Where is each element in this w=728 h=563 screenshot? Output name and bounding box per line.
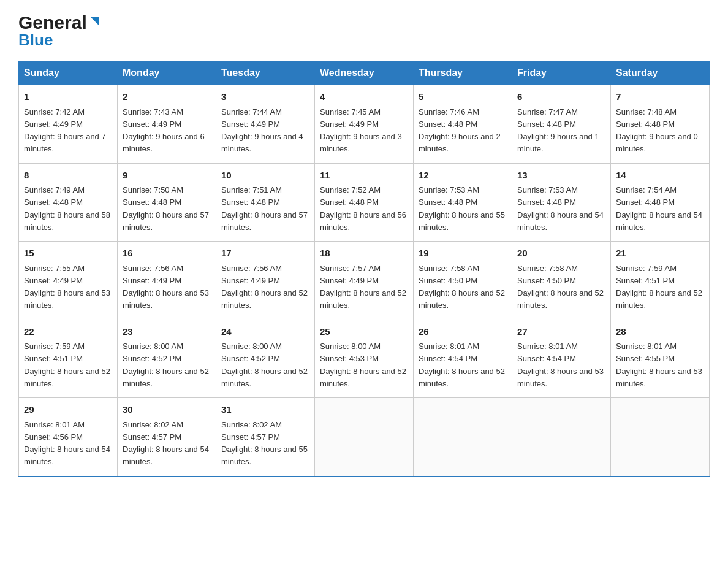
day-number: 17: [221, 247, 309, 261]
day-info: Sunrise: 8:00 AMSunset: 4:52 PMDaylight:…: [221, 342, 308, 388]
weekday-sunday: Sunday: [19, 61, 118, 85]
calendar-week-1: 1 Sunrise: 7:42 AMSunset: 4:49 PMDayligh…: [19, 85, 710, 164]
weekday-header-row: SundayMondayTuesdayWednesdayThursdayFrid…: [19, 61, 710, 85]
day-number: 22: [24, 325, 112, 339]
day-info: Sunrise: 7:53 AMSunset: 4:48 PMDaylight:…: [517, 185, 604, 232]
day-info: Sunrise: 7:51 AMSunset: 4:48 PMDaylight:…: [221, 185, 308, 232]
weekday-thursday: Thursday: [414, 61, 512, 85]
day-info: Sunrise: 7:56 AMSunset: 4:49 PMDaylight:…: [123, 264, 209, 310]
calendar-cell: 23 Sunrise: 8:00 AMSunset: 4:52 PMDaylig…: [118, 320, 216, 398]
calendar-cell: 4 Sunrise: 7:45 AMSunset: 4:49 PMDayligh…: [315, 85, 414, 164]
day-number: 28: [616, 325, 704, 339]
calendar-cell: 6 Sunrise: 7:47 AMSunset: 4:48 PMDayligh…: [512, 85, 611, 164]
day-number: 10: [221, 169, 309, 183]
day-number: 25: [320, 325, 408, 339]
day-info: Sunrise: 7:56 AMSunset: 4:49 PMDaylight:…: [221, 264, 308, 310]
day-number: 13: [517, 169, 605, 183]
calendar-cell: 27 Sunrise: 8:01 AMSunset: 4:54 PMDaylig…: [512, 320, 611, 398]
logo-general: General: [18, 12, 87, 33]
day-number: 6: [517, 90, 605, 104]
day-info: Sunrise: 7:47 AMSunset: 4:48 PMDaylight:…: [517, 107, 599, 154]
day-number: 24: [221, 325, 309, 339]
svg-marker-0: [91, 17, 99, 26]
calendar-week-4: 22 Sunrise: 7:59 AMSunset: 4:51 PMDaylig…: [19, 320, 710, 398]
day-number: 19: [419, 247, 507, 261]
calendar-cell: [611, 398, 710, 477]
day-info: Sunrise: 7:48 AMSunset: 4:48 PMDaylight:…: [616, 107, 698, 154]
calendar-cell: 15 Sunrise: 7:55 AMSunset: 4:49 PMDaylig…: [19, 242, 118, 320]
calendar-cell: 14 Sunrise: 7:54 AMSunset: 4:48 PMDaylig…: [611, 163, 710, 242]
day-number: 15: [24, 247, 112, 261]
calendar-cell: 12 Sunrise: 7:53 AMSunset: 4:48 PMDaylig…: [414, 163, 512, 242]
calendar-cell: 18 Sunrise: 7:57 AMSunset: 4:49 PMDaylig…: [315, 242, 414, 320]
day-number: 12: [419, 169, 507, 183]
calendar-week-5: 29 Sunrise: 8:01 AMSunset: 4:56 PMDaylig…: [19, 398, 710, 477]
day-number: 18: [320, 247, 408, 261]
day-number: 23: [123, 325, 211, 339]
logo-triangle-icon: [88, 15, 102, 28]
calendar-cell: 26 Sunrise: 8:01 AMSunset: 4:54 PMDaylig…: [414, 320, 512, 398]
day-info: Sunrise: 7:49 AMSunset: 4:48 PMDaylight:…: [24, 185, 110, 232]
calendar-cell: [414, 398, 512, 477]
day-number: 11: [320, 169, 408, 183]
day-number: 29: [24, 403, 112, 417]
day-number: 27: [517, 325, 605, 339]
day-number: 16: [123, 247, 211, 261]
day-number: 31: [221, 403, 309, 417]
day-info: Sunrise: 7:58 AMSunset: 4:50 PMDaylight:…: [419, 264, 505, 310]
calendar-cell: 13 Sunrise: 7:53 AMSunset: 4:48 PMDaylig…: [512, 163, 611, 242]
day-number: 26: [419, 325, 507, 339]
calendar-week-2: 8 Sunrise: 7:49 AMSunset: 4:48 PMDayligh…: [19, 163, 710, 242]
day-info: Sunrise: 7:46 AMSunset: 4:48 PMDaylight:…: [419, 107, 501, 154]
day-info: Sunrise: 7:55 AMSunset: 4:49 PMDaylight:…: [24, 264, 110, 310]
calendar-cell: 16 Sunrise: 7:56 AMSunset: 4:49 PMDaylig…: [118, 242, 216, 320]
day-info: Sunrise: 7:42 AMSunset: 4:49 PMDaylight:…: [24, 107, 106, 154]
day-info: Sunrise: 8:01 AMSunset: 4:54 PMDaylight:…: [517, 342, 604, 388]
calendar-cell: 30 Sunrise: 8:02 AMSunset: 4:57 PMDaylig…: [118, 398, 216, 477]
weekday-saturday: Saturday: [611, 61, 710, 85]
day-number: 20: [517, 247, 605, 261]
weekday-monday: Monday: [118, 61, 216, 85]
weekday-tuesday: Tuesday: [216, 61, 315, 85]
calendar-cell: 17 Sunrise: 7:56 AMSunset: 4:49 PMDaylig…: [216, 242, 315, 320]
day-info: Sunrise: 7:58 AMSunset: 4:50 PMDaylight:…: [517, 264, 604, 310]
calendar-cell: 28 Sunrise: 8:01 AMSunset: 4:55 PMDaylig…: [611, 320, 710, 398]
day-number: 8: [24, 169, 112, 183]
day-info: Sunrise: 7:43 AMSunset: 4:49 PMDaylight:…: [123, 107, 205, 154]
day-number: 30: [123, 403, 211, 417]
calendar-cell: 31 Sunrise: 8:02 AMSunset: 4:57 PMDaylig…: [216, 398, 315, 477]
calendar-cell: 8 Sunrise: 7:49 AMSunset: 4:48 PMDayligh…: [19, 163, 118, 242]
calendar-cell: [512, 398, 611, 477]
day-number: 5: [419, 90, 507, 104]
calendar-cell: 24 Sunrise: 8:00 AMSunset: 4:52 PMDaylig…: [216, 320, 315, 398]
calendar-week-3: 15 Sunrise: 7:55 AMSunset: 4:49 PMDaylig…: [19, 242, 710, 320]
day-number: 3: [221, 90, 309, 104]
calendar-cell: 11 Sunrise: 7:52 AMSunset: 4:48 PMDaylig…: [315, 163, 414, 242]
day-info: Sunrise: 8:01 AMSunset: 4:54 PMDaylight:…: [419, 342, 505, 388]
day-info: Sunrise: 7:59 AMSunset: 4:51 PMDaylight:…: [24, 342, 110, 388]
calendar-cell: 10 Sunrise: 7:51 AMSunset: 4:48 PMDaylig…: [216, 163, 315, 242]
calendar-cell: 25 Sunrise: 8:00 AMSunset: 4:53 PMDaylig…: [315, 320, 414, 398]
day-info: Sunrise: 8:00 AMSunset: 4:53 PMDaylight:…: [320, 342, 406, 388]
day-number: 2: [123, 90, 211, 104]
calendar-body: 1 Sunrise: 7:42 AMSunset: 4:49 PMDayligh…: [19, 85, 710, 477]
day-info: Sunrise: 8:00 AMSunset: 4:52 PMDaylight:…: [123, 342, 209, 388]
day-info: Sunrise: 8:02 AMSunset: 4:57 PMDaylight:…: [123, 420, 209, 467]
calendar-cell: 20 Sunrise: 7:58 AMSunset: 4:50 PMDaylig…: [512, 242, 611, 320]
calendar-cell: 5 Sunrise: 7:46 AMSunset: 4:48 PMDayligh…: [414, 85, 512, 164]
day-info: Sunrise: 7:59 AMSunset: 4:51 PMDaylight:…: [616, 264, 702, 310]
day-info: Sunrise: 8:01 AMSunset: 4:55 PMDaylight:…: [616, 342, 702, 388]
day-info: Sunrise: 8:01 AMSunset: 4:56 PMDaylight:…: [24, 420, 110, 467]
calendar-cell: 1 Sunrise: 7:42 AMSunset: 4:49 PMDayligh…: [19, 85, 118, 164]
day-info: Sunrise: 7:45 AMSunset: 4:49 PMDaylight:…: [320, 107, 402, 154]
day-number: 9: [123, 169, 211, 183]
logo-blue: Blue: [18, 31, 53, 50]
weekday-friday: Friday: [512, 61, 611, 85]
calendar-cell: 29 Sunrise: 8:01 AMSunset: 4:56 PMDaylig…: [19, 398, 118, 477]
page-header: General Blue: [18, 12, 710, 50]
day-number: 4: [320, 90, 408, 104]
calendar-cell: 9 Sunrise: 7:50 AMSunset: 4:48 PMDayligh…: [118, 163, 216, 242]
calendar-cell: 3 Sunrise: 7:44 AMSunset: 4:49 PMDayligh…: [216, 85, 315, 164]
calendar-cell: 7 Sunrise: 7:48 AMSunset: 4:48 PMDayligh…: [611, 85, 710, 164]
calendar-cell: [315, 398, 414, 477]
